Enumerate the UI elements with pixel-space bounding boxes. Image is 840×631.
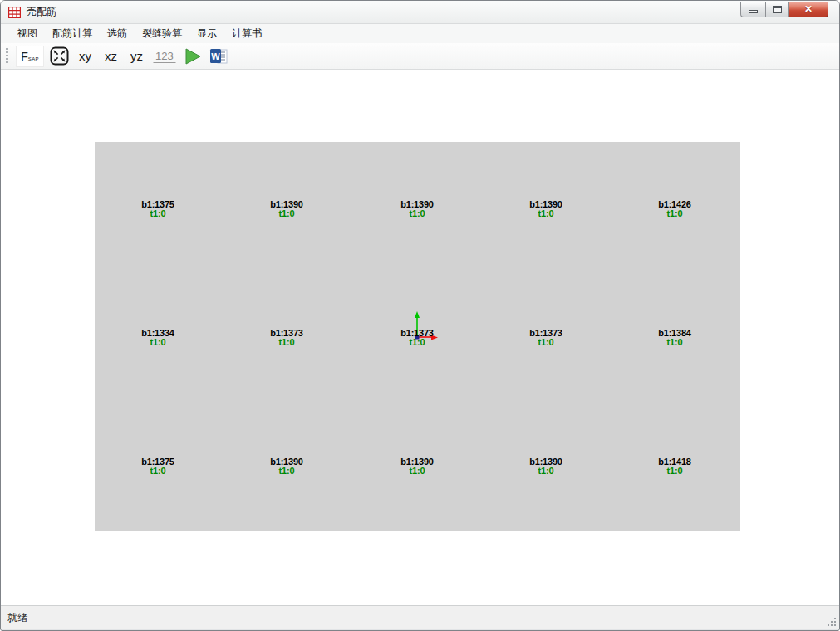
menu-display[interactable]: 显示 — [189, 24, 224, 43]
toolbar: F SAP xy xz yz 123 — [1, 43, 839, 70]
status-text: 就绪 — [7, 611, 27, 625]
cell-label: b1:1373t1:0 — [400, 329, 434, 347]
top-rebar-value: t1:0 — [658, 338, 691, 347]
view-xy-button[interactable]: xy — [75, 46, 96, 66]
top-rebar-value: t1:0 — [270, 467, 303, 476]
top-rebar-value: t1:0 — [141, 209, 174, 218]
show-numbers-button[interactable]: 123 — [153, 49, 176, 63]
close-button[interactable]: ✕ — [789, 2, 828, 17]
menu-calculation-report[interactable]: 计算书 — [224, 24, 269, 43]
cell-label: b1:1390t1:0 — [270, 457, 303, 476]
window-title: 壳配筋 — [27, 5, 56, 19]
client-area: b1:1375t1:0b1:1390t1:0b1:1390t1:0b1:1390… — [1, 70, 839, 605]
app-window: 壳配筋 ✕ 视图 配筋计算 选筋 裂缝验算 显示 计算书 F SAP — [0, 0, 840, 631]
minimize-icon — [749, 10, 758, 13]
fit-view-button[interactable] — [49, 46, 70, 66]
top-rebar-value: t1:0 — [529, 467, 562, 476]
menu-crack-check[interactable]: 裂缝验算 — [135, 24, 189, 43]
fsap-model-icon: F — [21, 51, 28, 62]
close-icon: ✕ — [804, 4, 813, 14]
top-rebar-value: t1:0 — [400, 209, 434, 218]
resize-grip[interactable] — [834, 624, 836, 626]
minimize-button[interactable] — [740, 2, 765, 17]
run-play-icon — [183, 47, 203, 66]
menu-bar: 视图 配筋计算 选筋 裂缝验算 显示 计算书 — [1, 24, 839, 43]
menu-rebar-calculation[interactable]: 配筋计算 — [45, 24, 100, 43]
cell-label: b1:1426t1:0 — [658, 200, 691, 218]
top-rebar-value: t1:0 — [529, 338, 562, 347]
fsap-model-button[interactable]: F SAP — [16, 46, 44, 67]
svg-text:W: W — [211, 51, 220, 61]
view-yz-button[interactable]: yz — [126, 46, 147, 66]
top-rebar-value: t1:0 — [141, 338, 174, 347]
shell-canvas[interactable]: b1:1375t1:0b1:1390t1:0b1:1390t1:0b1:1390… — [95, 142, 740, 531]
cell-label: b1:1390t1:0 — [400, 200, 434, 218]
cell-label: b1:1373t1:0 — [529, 329, 562, 347]
cell-label: b1:1390t1:0 — [529, 457, 562, 476]
word-report-icon: W — [209, 48, 228, 65]
cell-label: b1:1418t1:0 — [658, 457, 691, 476]
top-rebar-value: t1:0 — [270, 209, 303, 218]
menu-view[interactable]: 视图 — [10, 24, 45, 43]
word-report-button[interactable]: W — [209, 47, 229, 66]
view-xz-button[interactable]: xz — [101, 46, 121, 66]
titlebar[interactable]: 壳配筋 ✕ — [1, 1, 839, 24]
cell-label: b1:1334t1:0 — [141, 329, 174, 347]
top-rebar-value: t1:0 — [658, 467, 691, 476]
cell-label: b1:1390t1:0 — [400, 457, 434, 476]
cell-label: b1:1390t1:0 — [270, 200, 303, 218]
top-rebar-value: t1:0 — [270, 338, 303, 347]
toolbar-grip[interactable] — [6, 48, 8, 65]
top-rebar-value: t1:0 — [658, 209, 691, 218]
top-rebar-value: t1:0 — [400, 467, 434, 476]
cell-label: b1:1375t1:0 — [141, 457, 174, 476]
fit-view-icon — [50, 46, 69, 66]
run-button[interactable] — [182, 46, 204, 66]
cell-label: b1:1375t1:0 — [141, 200, 174, 218]
app-icon — [8, 7, 21, 18]
cell-label: b1:1384t1:0 — [658, 329, 691, 347]
status-bar: 就绪 — [1, 605, 839, 629]
maximize-icon — [773, 6, 782, 13]
top-rebar-value: t1:0 — [141, 467, 174, 476]
caption-buttons: ✕ — [740, 2, 828, 17]
cell-label: b1:1390t1:0 — [529, 200, 562, 218]
cell-label: b1:1373t1:0 — [270, 329, 303, 347]
top-rebar-value: t1:0 — [400, 338, 434, 347]
top-rebar-value: t1:0 — [529, 209, 562, 218]
menu-select-rebar[interactable]: 选筋 — [100, 24, 135, 43]
maximize-button[interactable] — [765, 2, 789, 17]
